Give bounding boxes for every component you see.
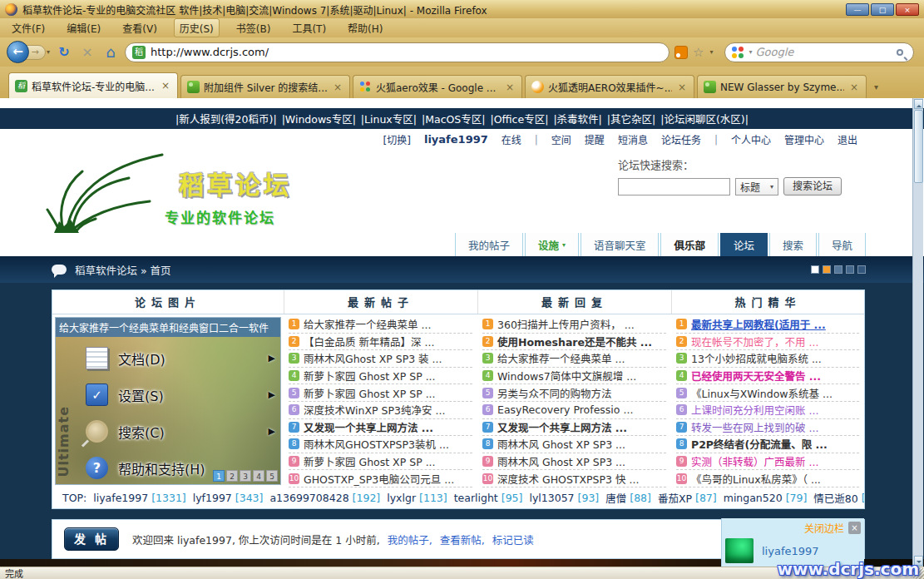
- url-bar[interactable]: 稻 http://www.dcrjs.com/: [125, 42, 670, 62]
- mark-read-link[interactable]: 标记已读: [492, 534, 534, 547]
- nav-link-antivirus[interactable]: |杀毒软件|: [553, 111, 601, 126]
- tab-voice-chat[interactable]: 语音聊天室: [581, 232, 660, 256]
- username[interactable]: liyafe1997: [424, 133, 488, 146]
- stop-button[interactable]: ×: [78, 43, 96, 62]
- post-link[interactable]: 雨林木风 Ghost XP SP3 ...: [497, 453, 625, 469]
- list-item[interactable]: 5《Linux与XWindow系统基 ...: [676, 384, 859, 402]
- search-engine-caret-icon[interactable]: ▾: [749, 48, 752, 56]
- top-user-name[interactable]: mingan520: [724, 492, 783, 504]
- link-notices[interactable]: 提醒: [585, 132, 605, 146]
- list-item[interactable]: 4新萝卜家园 Ghost XP SP ...: [289, 368, 472, 385]
- post-link[interactable]: 现在帐号不加密了，不用 ...: [691, 334, 818, 349]
- back-button[interactable]: ←: [7, 41, 29, 63]
- tab-clubs[interactable]: 俱乐部: [660, 232, 719, 256]
- post-link[interactable]: Windows7简体中文旗舰增 ...: [497, 368, 636, 384]
- list-item[interactable]: 9雨林木风 Ghost XP SP3 ...: [482, 453, 666, 471]
- link-profile-center[interactable]: 个人中心: [731, 132, 771, 146]
- list-item[interactable]: 10《鸟哥的Linux私房菜》（ ...: [676, 470, 859, 487]
- tab-forum[interactable]: 论坛: [720, 232, 768, 256]
- menu-view[interactable]: 查看(V): [117, 19, 162, 37]
- menu-help[interactable]: 帮助(H): [343, 19, 388, 37]
- list-item[interactable]: 3雨林木风Ghost XP SP3 装 ...: [289, 350, 472, 368]
- tab-dcrjs[interactable]: 稻 稻草软件论坛-专业的电脑... ×: [8, 72, 178, 98]
- top-user-name[interactable]: 番茄XP: [658, 490, 692, 506]
- new-post-button[interactable]: 发 帖: [64, 527, 119, 551]
- link-admin-center[interactable]: 管理中心: [784, 132, 824, 146]
- quick-search-input[interactable]: [618, 178, 730, 195]
- search-input[interactable]: Google: [756, 46, 894, 58]
- nav-link-linux[interactable]: |Linux专区|: [361, 111, 417, 126]
- style-square[interactable]: [834, 265, 842, 274]
- nav-link-chat[interactable]: |论坛闲聊区(水区)|: [660, 111, 749, 126]
- style-square[interactable]: [823, 265, 831, 274]
- link-space[interactable]: 空间: [551, 132, 571, 146]
- post-link[interactable]: 给大家推荐一个经典菜单 ...: [304, 316, 431, 332]
- history-caret-icon[interactable]: ▾: [47, 48, 50, 56]
- refresh-button[interactable]: ↻: [55, 43, 73, 62]
- style-square[interactable]: [811, 265, 819, 274]
- list-item[interactable]: 7又发现一个共享上网方法 ...: [289, 419, 472, 437]
- tab-facilities[interactable]: 设施▾: [525, 232, 579, 256]
- menu-tools[interactable]: 工具(T): [287, 19, 331, 37]
- tab-close-icon[interactable]: ×: [848, 82, 860, 93]
- close-icon[interactable]: ×: [848, 522, 861, 534]
- post-link[interactable]: 又发现一个共享上网方法 ...: [497, 419, 627, 435]
- list-item[interactable]: 1给大家推荐一个经典菜单 ...: [289, 316, 472, 334]
- post-link[interactable]: 新萝卜家园 Ghost XP SP ...: [304, 368, 436, 384]
- tab-addons[interactable]: 附加组件 Silver 的搜索结... ×: [180, 75, 350, 98]
- style-square[interactable]: [857, 265, 866, 274]
- top-user-name[interactable]: liyafe1997: [93, 492, 148, 504]
- list-item[interactable]: 9实测（非转载）广西最新 ...: [676, 453, 859, 471]
- tab-navigation[interactable]: 导航: [818, 232, 866, 256]
- list-item[interactable]: 313个小妙招成就电脑系统 ...: [676, 350, 859, 368]
- top-user-name[interactable]: 情已逝80: [813, 490, 857, 506]
- list-item[interactable]: 1360扫描并上传用户资料， ...: [482, 316, 666, 334]
- view-new-posts-link[interactable]: 查看新帖,: [440, 534, 485, 547]
- search-box[interactable]: ▾ Google: [724, 42, 914, 62]
- post-link[interactable]: EasyRecovery Professio ...: [497, 403, 633, 416]
- tab-my-posts[interactable]: 我的帖子: [455, 232, 523, 256]
- post-link[interactable]: 雨林木风GHOSTXPSP3装机 ...: [304, 436, 449, 452]
- post-link[interactable]: 雨林木风 Ghost XP SP3 ...: [497, 436, 625, 452]
- list-item[interactable]: 9新萝卜家园 Ghost XP SP ...: [289, 453, 472, 471]
- vertical-scrollbar[interactable]: [912, 98, 923, 567]
- top-user-name[interactable]: 唐僧: [605, 490, 626, 506]
- tab-aero-plugin[interactable]: 火狐透明AERO效果插件~... ×: [525, 75, 694, 98]
- post-link[interactable]: 深度技术WinXP SP3纯净安 ...: [304, 402, 445, 418]
- menu-history[interactable]: 历史(S): [174, 18, 220, 37]
- list-item[interactable]: 6深度技术WinXP SP3纯净安 ...: [289, 402, 472, 419]
- list-item[interactable]: 7又发现一个共享上网方法 ...: [482, 419, 666, 437]
- post-link[interactable]: 给大家推荐一个经典菜单 ...: [497, 350, 625, 366]
- link-messages[interactable]: 短消息: [618, 132, 648, 146]
- breadcrumb[interactable]: 稻草软件论坛 » 首页: [75, 262, 171, 278]
- menu-file[interactable]: 文件(F): [7, 19, 50, 37]
- post-link[interactable]: 最新共享上网教程(适用于 ...: [691, 316, 826, 332]
- post-link[interactable]: 又发现一个共享上网方法 ...: [304, 419, 433, 435]
- post-link[interactable]: 已经使用两天无安全警告 ...: [691, 368, 821, 384]
- post-link[interactable]: P2P终结者(分配流量、限 ...: [691, 436, 828, 452]
- post-link[interactable]: 雨林木风Ghost XP SP3 装 ...: [304, 350, 442, 366]
- page-1[interactable]: 1: [213, 470, 225, 482]
- nav-link-office[interactable]: |Office专区|: [490, 111, 548, 126]
- search-type-select[interactable]: 标题 ▾: [735, 178, 778, 195]
- page-4[interactable]: 4: [253, 470, 264, 482]
- menu-edit[interactable]: 编辑(E): [62, 19, 106, 37]
- nav-link-misc[interactable]: |其它杂区|: [607, 111, 655, 126]
- sidebar-username[interactable]: liyafe1997: [762, 545, 819, 557]
- tab-close-icon[interactable]: ×: [504, 82, 516, 93]
- magnifier-icon[interactable]: [897, 49, 903, 56]
- post-link[interactable]: 《Linux与XWindow系统基 ...: [691, 385, 833, 401]
- post-link[interactable]: GHOSTXP_SP3电脑公司元旦 ...: [304, 471, 454, 487]
- nav-link-macos[interactable]: |MacOS专区|: [422, 111, 486, 126]
- list-item[interactable]: 6EasyRecovery Professio ...: [482, 402, 666, 419]
- top-user-name[interactable]: lyxlgr: [387, 492, 416, 504]
- forum-search-button[interactable]: 搜索论坛: [783, 177, 842, 195]
- my-posts-link[interactable]: 我的帖子,: [388, 534, 432, 547]
- list-item[interactable]: 6上课时间充分利用空闲账 ...: [676, 402, 859, 419]
- avatar[interactable]: [725, 538, 754, 563]
- list-item[interactable]: 5另类与众不同的购物方法: [482, 384, 666, 402]
- post-link[interactable]: 深度技术 GHOSTXPSP3 快 ...: [497, 471, 639, 487]
- close-button[interactable]: ×: [896, 3, 919, 16]
- bookmark-star-icon[interactable]: ☆: [693, 46, 704, 59]
- top-user-name[interactable]: tearlight: [454, 492, 498, 504]
